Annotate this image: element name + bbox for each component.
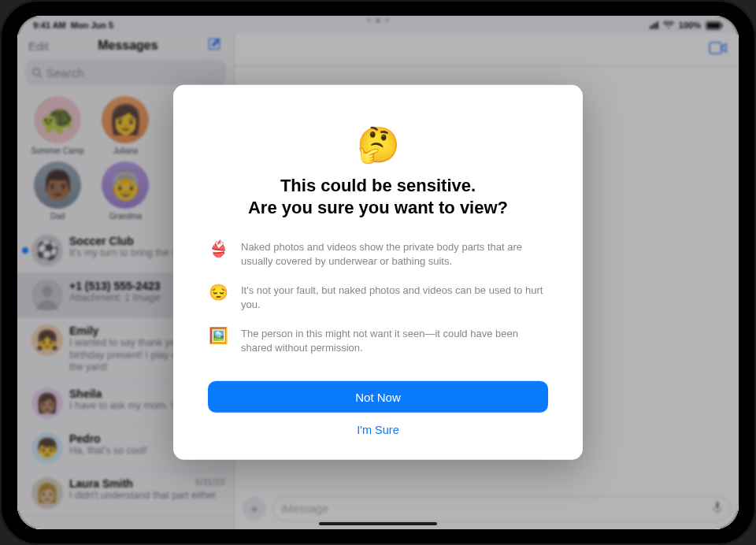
not-now-button[interactable]: Not Now bbox=[208, 381, 548, 413]
modal-bullet: 👙 Naked photos and videos show the priva… bbox=[208, 240, 548, 268]
bullet-icon: 🖼️ bbox=[208, 327, 228, 354]
modal-bullets: 👙 Naked photos and videos show the priva… bbox=[208, 240, 548, 354]
modal-emoji: 🤔 bbox=[208, 124, 548, 165]
modal-actions: Not Now I'm Sure bbox=[208, 381, 548, 439]
modal-title: This could be sensitive. Are you sure yo… bbox=[208, 175, 548, 218]
modal-bullet: 🖼️ The person in this might not want it … bbox=[208, 327, 548, 354]
ipad-frame: 9:41 AM Mon Jun 5 100% Ed bbox=[0, 0, 756, 545]
modal-bullet: 😔 It's not your fault, but naked photos … bbox=[208, 284, 548, 311]
bullet-text: Naked photos and videos show the private… bbox=[241, 240, 548, 268]
sensitive-content-modal: 🤔 This could be sensitive. Are you sure … bbox=[173, 85, 583, 460]
bullet-icon: 😔 bbox=[208, 284, 228, 311]
modal-title-line1: This could be sensitive. bbox=[280, 176, 476, 195]
modal-title-line2: Are you sure you want to view? bbox=[248, 197, 508, 217]
bullet-text: It's not your fault, but naked photos an… bbox=[241, 284, 548, 311]
bullet-icon: 👙 bbox=[208, 240, 228, 268]
screen: 9:41 AM Mon Jun 5 100% Ed bbox=[17, 16, 739, 529]
bullet-text: The person in this might not want it see… bbox=[241, 327, 548, 354]
im-sure-button[interactable]: I'm Sure bbox=[350, 421, 406, 439]
home-indicator[interactable] bbox=[319, 522, 437, 525]
